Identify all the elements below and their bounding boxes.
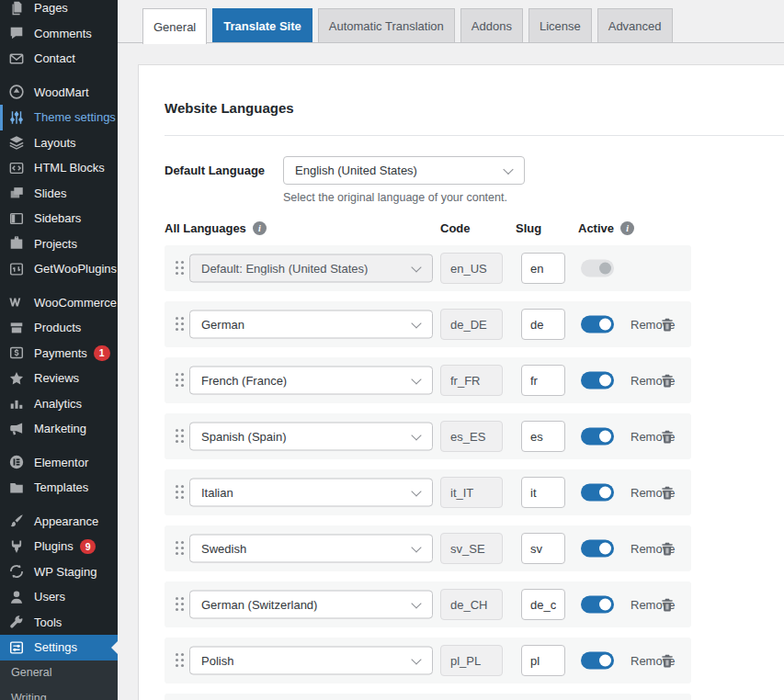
sidebar-item-icon	[7, 184, 26, 202]
sidebar-item-icon	[7, 369, 26, 388]
language-row: German Remove	[165, 301, 691, 347]
sidebar-item-label: Products	[34, 321, 81, 334]
language-slug-input[interactable]	[521, 477, 565, 508]
language-select[interactable]: French (France)	[189, 367, 433, 395]
drag-handle-icon[interactable]	[174, 485, 185, 500]
sidebar-item-icon	[7, 613, 26, 631]
sidebar-item[interactable]: Analytics	[0, 391, 118, 417]
drag-handle-icon[interactable]	[174, 373, 185, 388]
trash-icon[interactable]	[661, 429, 675, 445]
sidebar-item-label: Marketing	[34, 422, 86, 435]
active-header-label: Active	[578, 221, 614, 235]
sidebar-item[interactable]: GetWooPlugins	[0, 256, 118, 282]
sidebar-item[interactable]: Products	[0, 315, 118, 341]
drag-handle-icon[interactable]	[174, 261, 185, 276]
sidebar-item-label: Templates	[34, 480, 88, 494]
sidebar-item[interactable]: Users	[0, 584, 118, 610]
active-toggle[interactable]	[581, 372, 614, 390]
sidebar-item[interactable]: Theme settings	[0, 105, 118, 130]
language-slug-input[interactable]	[521, 533, 565, 564]
language-code-field	[440, 477, 503, 508]
active-toggle[interactable]	[581, 540, 614, 558]
sidebar-item[interactable]	[0, 501, 118, 509]
sidebar-item[interactable]: WooCommerce	[0, 290, 118, 316]
language-select[interactable]: Default: English (United States)	[189, 254, 433, 283]
settings-tab[interactable]: Advanced	[597, 8, 673, 42]
trash-icon[interactable]	[661, 485, 675, 501]
sidebar-item-icon	[7, 512, 26, 530]
sidebar-item-label: HTML Blocks	[34, 161, 105, 175]
trash-icon[interactable]	[661, 317, 675, 333]
default-language-select[interactable]: English (United States)	[283, 156, 525, 185]
sidebar-item[interactable]: Tools	[0, 610, 118, 636]
sidebar-item-label: Analytics	[34, 397, 82, 411]
sidebar-item[interactable]: Layouts	[0, 130, 118, 156]
language-slug-input[interactable]	[521, 253, 565, 284]
sidebar-item[interactable]: Plugins 9	[0, 534, 118, 559]
settings-tab[interactable]: Automatic Translation	[318, 8, 455, 42]
sidebar-item[interactable]: Settings	[0, 635, 118, 660]
code-column-header: Code	[440, 221, 471, 235]
drag-handle-icon[interactable]	[174, 597, 185, 612]
trash-icon[interactable]	[661, 597, 675, 613]
active-toggle[interactable]	[581, 596, 614, 614]
sidebar-item[interactable]: General	[0, 660, 118, 686]
sidebar-item[interactable]	[0, 282, 118, 290]
language-slug-input[interactable]	[521, 365, 565, 396]
sidebar-item[interactable]: Elementor	[0, 450, 118, 476]
sidebar-item-icon	[7, 234, 26, 253]
active-toggle[interactable]	[581, 316, 614, 333]
language-code-field	[440, 533, 503, 564]
sidebar-item[interactable]: Appearance	[0, 509, 118, 535]
active-toggle[interactable]	[581, 484, 614, 502]
settings-tab[interactable]: Addons	[460, 8, 523, 42]
language-select[interactable]: German	[189, 310, 433, 339]
drag-handle-icon[interactable]	[174, 429, 185, 444]
language-slug-input[interactable]	[521, 589, 565, 620]
sidebar-item-label: Appearance	[34, 514, 98, 528]
settings-tab[interactable]: Translate Site	[212, 8, 312, 42]
drag-handle-icon[interactable]	[174, 541, 185, 556]
active-toggle[interactable]	[581, 652, 614, 670]
trash-icon[interactable]	[661, 653, 675, 669]
sidebar-item[interactable]: Slides	[0, 181, 118, 207]
sidebar-item[interactable]: WP Staging	[0, 559, 118, 585]
languages-table-header: All Languages i Code Slug Active i	[165, 221, 784, 236]
sidebar-item[interactable]	[0, 72, 118, 80]
sidebar-item[interactable]: Marketing	[0, 416, 118, 442]
language-code-field	[440, 365, 503, 396]
language-select[interactable]: German (Switzerland)	[189, 591, 433, 619]
language-slug-input[interactable]	[521, 421, 565, 452]
drag-handle-icon[interactable]	[174, 653, 185, 668]
sidebar-item[interactable]: Templates	[0, 475, 118, 501]
language-select[interactable]: Swedish	[189, 535, 433, 563]
settings-tab[interactable]: License	[528, 8, 592, 42]
language-select[interactable]: Spanish (Spain)	[189, 423, 433, 451]
language-select-value: Polish	[201, 654, 233, 668]
active-toggle[interactable]	[581, 260, 614, 277]
language-select[interactable]: Polish	[189, 647, 433, 675]
sidebar-item[interactable]: Contact	[0, 46, 118, 72]
page-title: Website Languages	[165, 100, 784, 116]
drag-handle-icon[interactable]	[174, 317, 185, 332]
trash-icon[interactable]	[661, 373, 675, 389]
sidebar-item[interactable]: HTML Blocks	[0, 155, 118, 181]
settings-tab[interactable]: General	[142, 8, 207, 44]
trash-icon[interactable]	[661, 541, 675, 557]
language-select[interactable]: Italian	[189, 479, 433, 507]
language-slug-input[interactable]	[521, 309, 565, 340]
sidebar-item-label: Users	[34, 590, 65, 604]
sidebar-item[interactable]: Projects	[0, 231, 118, 257]
sidebar-item[interactable]: Sidebars	[0, 206, 118, 231]
sidebar-item[interactable]	[0, 442, 118, 450]
sidebar-item[interactable]: Payments 1	[0, 341, 118, 367]
sidebar-item[interactable]: Pages	[0, 0, 118, 21]
sidebar-item[interactable]: Reviews	[0, 366, 118, 391]
active-toggle[interactable]	[581, 428, 614, 446]
settings-tab-label: Advanced	[608, 19, 662, 33]
sidebar-item-icon	[7, 260, 26, 278]
language-slug-input[interactable]	[521, 645, 565, 676]
sidebar-item[interactable]: Writing	[0, 685, 118, 700]
sidebar-item[interactable]: WoodMart	[0, 80, 118, 106]
sidebar-item[interactable]: Comments	[0, 21, 118, 47]
